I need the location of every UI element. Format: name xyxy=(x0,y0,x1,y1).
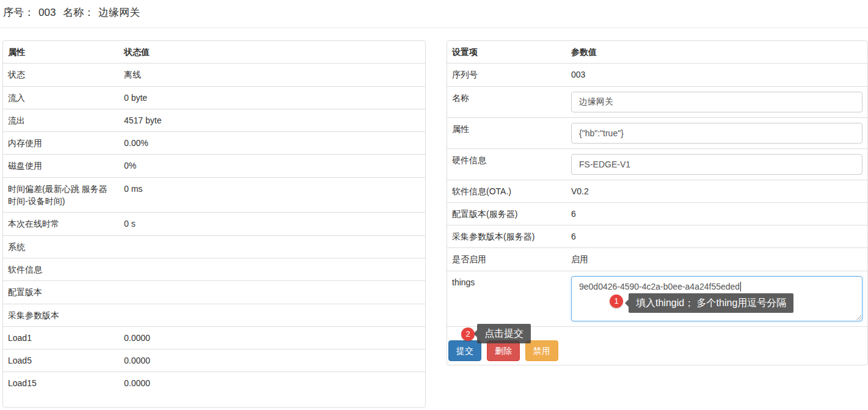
main-content: 属性 状态值 状态 离线 流入 0 byte 流出 4517 byte xyxy=(0,40,868,408)
status-label: Load1 xyxy=(3,326,119,349)
status-table: 属性 状态值 状态 离线 流入 0 byte 流出 4517 byte xyxy=(3,41,425,395)
setting-label: 序列号 xyxy=(447,64,566,86)
status-label: 时间偏差(最新心跳 服务器时间-设备时间) xyxy=(3,177,119,213)
status-value: 0.0000 xyxy=(119,350,425,372)
settings-table: 设置项 参数值 序列号 003 名称 属性 xyxy=(447,41,867,365)
settings-header-setting: 设置项 xyxy=(447,41,566,64)
name-field[interactable] xyxy=(571,92,863,112)
status-value: 0 ms xyxy=(119,177,425,213)
status-value: 0.00% xyxy=(119,132,425,155)
collect-param-version-value: 6 xyxy=(566,225,867,248)
setting-label: 软件信息(OTA.) xyxy=(447,180,566,202)
status-value: 0 s xyxy=(119,213,425,235)
enabled-value: 启用 xyxy=(566,248,867,271)
status-label: 系统 xyxy=(3,235,119,258)
status-value: 0.0000 xyxy=(119,326,425,349)
table-row: 硬件信息 xyxy=(447,148,867,180)
table-row: 流入 0 byte xyxy=(3,86,425,109)
device-name-label: 名称： xyxy=(63,7,94,18)
status-value xyxy=(119,258,425,280)
status-value: 0 byte xyxy=(119,86,425,109)
hint-step-badge: 1 xyxy=(610,295,623,308)
hint-step-badge: 2 xyxy=(461,328,475,341)
status-value: 0.0000 xyxy=(119,372,425,395)
table-row: 采集参数版本(服务器) 6 xyxy=(447,225,867,248)
settings-panel: 设置项 参数值 序列号 003 名称 属性 xyxy=(447,40,868,365)
resize-handle[interactable] xyxy=(855,314,861,320)
table-row: 配置版本 xyxy=(3,281,425,304)
table-row: 软件信息(OTA.) V0.2 xyxy=(447,180,867,202)
serial-label: 序号： xyxy=(3,7,34,18)
status-label: 配置版本 xyxy=(3,281,119,304)
status-header-attribute: 属性 xyxy=(3,41,119,64)
table-row: 软件信息 xyxy=(3,258,425,280)
serial-number-value: 003 xyxy=(566,64,867,86)
table-row: 配置版本(服务器) 6 xyxy=(447,202,867,225)
status-value: 4517 byte xyxy=(119,109,425,131)
page-title: 序号：003 名称：边缘网关 xyxy=(0,0,868,20)
status-table-header-row: 属性 状态值 xyxy=(3,41,425,64)
table-row: 系统 xyxy=(3,235,425,258)
table-row: 流出 4517 byte xyxy=(3,109,425,131)
table-row: 是否启用 启用 xyxy=(447,248,867,271)
setting-label: things xyxy=(447,271,566,326)
status-label: 本次在线时常 xyxy=(3,213,119,235)
setting-label: 名称 xyxy=(447,86,566,117)
hint-tooltip: 点击提交 xyxy=(477,324,531,343)
status-label: 流出 xyxy=(3,109,119,131)
table-row: Load15 0.0000 xyxy=(3,372,425,395)
status-label: 采集参数版本 xyxy=(3,304,119,326)
status-value xyxy=(119,235,425,258)
setting-label: 是否启用 xyxy=(447,248,566,271)
table-row: 时间偏差(最新心跳 服务器时间-设备时间) 0 ms xyxy=(3,177,425,213)
table-row: 采集参数版本 xyxy=(3,304,425,326)
status-label: 状态 xyxy=(3,64,119,86)
status-label: 内存使用 xyxy=(3,132,119,155)
serial-value: 003 xyxy=(38,7,56,18)
settings-header-value: 参数值 xyxy=(566,41,867,64)
table-row: 状态 离线 xyxy=(3,64,425,86)
status-label: 磁盘使用 xyxy=(3,155,119,177)
header-divider xyxy=(0,27,868,28)
table-row: Load1 0.0000 xyxy=(3,326,425,349)
table-row: 序列号 003 xyxy=(447,64,867,86)
config-version-value: 6 xyxy=(566,202,867,225)
submit-button[interactable]: 提交 xyxy=(448,340,481,361)
table-row: 名称 xyxy=(447,86,867,117)
status-panel: 属性 状态值 状态 离线 流入 0 byte 流出 4517 byte xyxy=(2,40,426,408)
attributes-field[interactable] xyxy=(571,123,863,144)
status-value: 0% xyxy=(119,155,425,177)
things-textarea-value: 9e0d0426-4590-4c2a-b0ee-a4a24f55eded xyxy=(579,282,740,291)
setting-label: 采集参数版本(服务器) xyxy=(447,225,566,248)
text-cursor xyxy=(740,282,741,291)
setting-label: 配置版本(服务器) xyxy=(447,202,566,225)
setting-label: 硬件信息 xyxy=(447,148,566,180)
table-row: 磁盘使用 0% xyxy=(3,155,425,177)
hint-tooltip: 填入thingid； 多个thing用逗号分隔 xyxy=(629,293,793,313)
hardware-info-field[interactable] xyxy=(571,154,863,175)
status-value: 离线 xyxy=(119,64,425,86)
table-row: Load5 0.0000 xyxy=(3,350,425,372)
table-row: 内存使用 0.00% xyxy=(3,132,425,155)
table-row: 本次在线时常 0 s xyxy=(3,213,425,235)
settings-table-header-row: 设置项 参数值 xyxy=(447,41,867,64)
status-label: 软件信息 xyxy=(3,258,119,280)
status-value xyxy=(119,304,425,326)
software-info-value: V0.2 xyxy=(566,180,867,202)
status-header-value: 状态值 xyxy=(119,41,425,64)
status-label: 流入 xyxy=(3,86,119,109)
setting-label: 属性 xyxy=(447,117,566,148)
table-row: 属性 xyxy=(447,117,867,148)
status-label: Load15 xyxy=(3,372,119,395)
device-name-value: 边缘网关 xyxy=(98,7,140,18)
status-value xyxy=(119,281,425,304)
status-label: Load5 xyxy=(3,350,119,372)
disable-button[interactable]: 禁用 xyxy=(525,340,558,361)
